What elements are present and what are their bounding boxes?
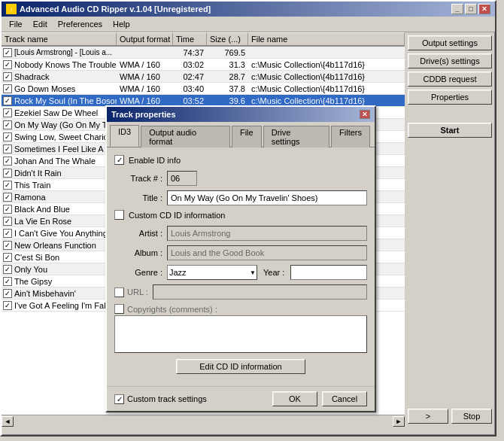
tab-file[interactable]: File <box>232 126 262 148</box>
copyright-label-row: Copyrights (comments) : <box>114 304 367 314</box>
menu-help[interactable]: Help <box>108 18 135 30</box>
track-time: 03:52 <box>173 96 207 106</box>
year-input[interactable] <box>290 265 367 280</box>
track-checkbox[interactable] <box>3 72 12 81</box>
track-checkbox[interactable] <box>3 120 12 129</box>
cddb-request-button[interactable]: CDDB request <box>408 71 492 87</box>
track-checkbox[interactable] <box>3 229 12 238</box>
enable-id-info-row: Enable ID info <box>114 155 367 165</box>
custom-cd-row: Custom CD ID information <box>114 210 367 220</box>
tab-filters[interactable]: Filters <box>331 126 370 148</box>
track-checkbox[interactable] <box>3 48 12 57</box>
track-checkbox[interactable] <box>3 96 12 105</box>
track-checkbox[interactable] <box>3 157 12 166</box>
track-checkbox[interactable] <box>3 265 12 274</box>
output-settings-button[interactable]: Output settings <box>408 35 492 50</box>
url-input[interactable] <box>153 284 367 300</box>
table-row[interactable]: Shadrack WMA / 160 02:47 28.7 c:\Music C… <box>2 71 405 83</box>
track-checkbox[interactable] <box>3 169 12 178</box>
custom-cd-checkbox[interactable] <box>114 210 124 220</box>
track-num-row: Track # : <box>114 171 367 186</box>
title-row: Title : <box>114 190 367 205</box>
genre-label: Genre : <box>114 268 167 277</box>
custom-cd-label: Custom CD ID information <box>129 211 225 220</box>
genre-year-row: Genre : Jazz Blues Gospel Pop Rock Class… <box>114 265 367 280</box>
track-checkbox[interactable] <box>3 289 12 298</box>
minimize-button[interactable]: _ <box>451 4 463 14</box>
track-num-label: Track # : <box>114 174 167 183</box>
track-size: 769.5 <box>207 47 248 58</box>
track-checkbox[interactable] <box>3 301 12 310</box>
title-bar-controls: _ □ ✕ <box>451 4 490 14</box>
table-row[interactable]: [Louis Armstrong] - [Louis a... 74:37 76… <box>2 47 405 59</box>
track-name: Go Down Moses <box>14 84 75 93</box>
menu-file[interactable]: File <box>5 18 27 30</box>
scroll-left-btn[interactable]: ◄ <box>2 416 14 427</box>
tab-drive-settings[interactable]: Drive settings <box>263 126 329 148</box>
title-input[interactable] <box>167 190 367 205</box>
copyright-checkbox[interactable] <box>114 304 124 314</box>
track-checkbox[interactable] <box>3 217 12 226</box>
drives-settings-button[interactable]: Drive(s) settings <box>408 53 492 68</box>
track-name: Ramona <box>14 193 46 202</box>
track-checkbox[interactable] <box>3 205 12 214</box>
track-name: I've Got A Feeling I'm Fall... <box>14 301 114 310</box>
custom-track-checkbox[interactable] <box>114 394 124 404</box>
track-checkbox[interactable] <box>3 144 12 154</box>
track-checkbox[interactable] <box>3 132 12 141</box>
start-button[interactable]: Start <box>408 123 492 138</box>
tab-output-audio[interactable]: Output audio format <box>141 126 230 148</box>
dialog-close-button[interactable]: ✕ <box>360 110 370 119</box>
track-file <box>248 52 405 53</box>
track-num-input[interactable] <box>167 171 197 186</box>
url-checkbox[interactable] <box>114 287 124 297</box>
copyright-label: Copyrights (comments) : <box>127 305 217 314</box>
cancel-button[interactable]: Cancel <box>322 391 367 406</box>
track-format: WMA / 160 <box>117 71 173 82</box>
col-time: Time <box>173 32 207 46</box>
track-name: Didn't It Rain <box>14 169 62 178</box>
year-label: Year : <box>263 268 284 277</box>
edit-cd-button[interactable]: Edit CD ID information <box>176 359 305 374</box>
right-panel: Output settings Drive(s) settings CDDB r… <box>405 32 495 427</box>
dialog-footer: Custom track settings OK Cancel <box>107 386 375 411</box>
track-file: c:\Music Collection\{4b117d16} <box>248 84 405 94</box>
track-format: WMA / 160 <box>117 59 173 70</box>
track-name: The Gipsy <box>14 277 52 286</box>
bottom-nav-buttons: > Stop <box>408 409 492 424</box>
track-name: Nobody Knows The Trouble ... <box>14 60 117 69</box>
stop-button[interactable]: Stop <box>451 409 492 424</box>
close-button[interactable]: ✕ <box>478 4 490 14</box>
track-checkbox[interactable] <box>3 84 12 93</box>
track-checkbox[interactable] <box>3 241 12 250</box>
dialog-body: Enable ID info Track # : Title : Custom … <box>107 148 375 386</box>
track-checkbox[interactable] <box>3 253 12 262</box>
ok-button[interactable]: OK <box>272 391 317 406</box>
copyright-textarea[interactable] <box>114 315 367 353</box>
next-button[interactable]: > <box>408 409 448 424</box>
horizontal-scrollbar[interactable]: ◄ ► <box>2 415 405 427</box>
tab-id3[interactable]: ID3 <box>110 125 139 147</box>
scroll-right-btn[interactable]: ► <box>393 416 405 427</box>
track-checkbox[interactable] <box>3 277 12 286</box>
genre-select[interactable]: Jazz Blues Gospel Pop Rock Classical <box>167 265 257 280</box>
table-row[interactable]: Go Down Moses WMA / 160 03:40 37.8 c:\Mu… <box>2 83 405 95</box>
menu-preferences[interactable]: Preferences <box>53 18 107 30</box>
copyright-row: Copyrights (comments) : <box>114 304 367 354</box>
table-row[interactable]: Nobody Knows The Trouble ... WMA / 160 0… <box>2 59 405 71</box>
maximize-button[interactable]: □ <box>465 4 477 14</box>
properties-button[interactable]: Properties <box>408 90 492 105</box>
track-checkbox[interactable] <box>3 60 12 69</box>
track-file: c:\Music Collection\{4b117d16} <box>248 96 405 106</box>
enable-id-info-checkbox[interactable] <box>114 155 124 165</box>
track-checkbox[interactable] <box>3 108 12 117</box>
track-file: c:\Music Collection\{4b117d16} <box>248 71 405 82</box>
track-checkbox[interactable] <box>3 181 12 190</box>
track-name: Swing Low, Sweet Chario... <box>14 132 115 141</box>
menu-bar: File Edit Preferences Help <box>2 17 495 32</box>
menu-edit[interactable]: Edit <box>29 18 52 30</box>
album-input[interactable] <box>167 245 367 260</box>
track-checkbox[interactable] <box>3 193 12 202</box>
artist-input[interactable] <box>167 226 367 241</box>
track-properties-dialog: Track properties ✕ ID3 Output audio form… <box>105 105 376 412</box>
